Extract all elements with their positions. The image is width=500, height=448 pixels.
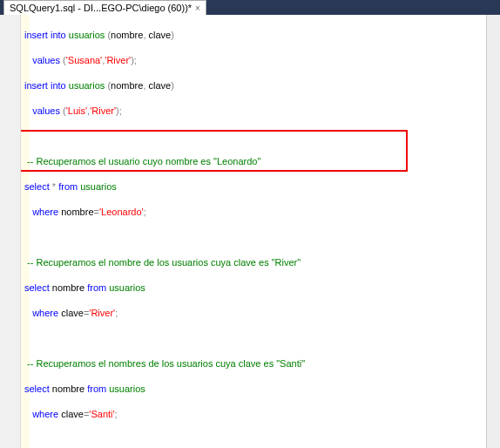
close-icon[interactable]: × xyxy=(195,3,200,13)
code-content[interactable]: -insert into usuarios (nombre, clave) va… xyxy=(21,15,486,448)
file-tab[interactable]: SQLQuery1.sql - DI...EGO-PC\diego (60))*… xyxy=(3,0,206,15)
sql-editor[interactable]: -insert into usuarios (nombre, clave) va… xyxy=(0,15,500,448)
editor-gutter xyxy=(0,15,21,448)
editor-tabbar: SQLQuery1.sql - DI...EGO-PC\diego (60))*… xyxy=(0,0,500,15)
tab-title: SQLQuery1.sql - DI...EGO-PC\diego (60))* xyxy=(10,3,192,13)
editor-right-strip xyxy=(486,15,500,448)
